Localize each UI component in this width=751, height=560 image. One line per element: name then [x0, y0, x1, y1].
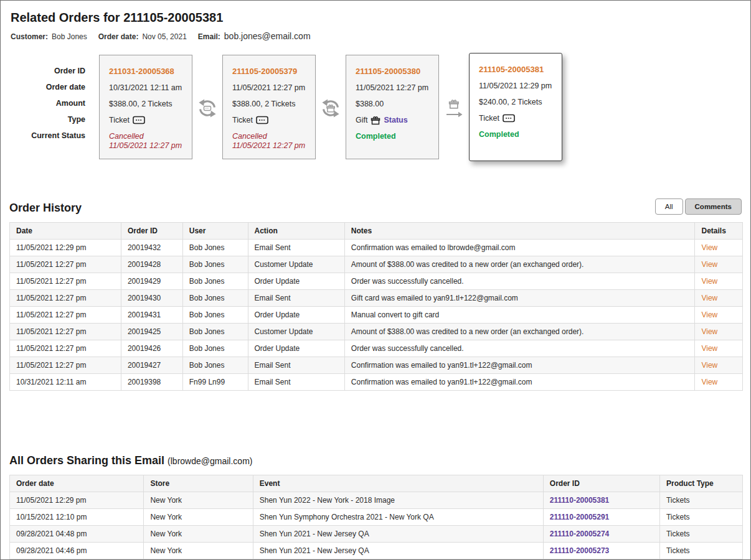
table-row: 11/05/2021 12:27 pm20019425Bob JonesCust…: [10, 324, 743, 340]
col-product-type: Product Type: [659, 475, 742, 492]
order-date-cell: 10/15/2021 12:10 pm: [10, 509, 144, 526]
view-link[interactable]: View: [701, 344, 717, 353]
flow-label-amount: Amount: [11, 95, 85, 111]
order-id-link[interactable]: 211031-20005368: [109, 63, 174, 80]
status-value: Cancelled 11/05/2021 12:27 pm: [109, 128, 187, 151]
col-event: Event: [253, 475, 543, 492]
table-row: 11/05/2021 12:27 pm20019426Bob JonesOrde…: [10, 340, 743, 357]
order-id-link[interactable]: 211110-20005381: [550, 496, 609, 505]
order-id-link[interactable]: 211105-20005381: [479, 62, 544, 78]
ticket-icon: [256, 116, 268, 124]
order-id-cell: 211110-20005274: [543, 526, 659, 543]
table-row: 11/05/2021 12:29 pmNew YorkShen Yun 2022…: [10, 492, 743, 509]
col-order-id: Order ID: [121, 223, 182, 240]
type-value: Ticket: [109, 112, 130, 128]
order-date-value: Nov 05, 2021: [142, 32, 186, 41]
flow-connector: [192, 55, 222, 161]
type-value: Ticket: [232, 112, 253, 128]
view-cell: View: [695, 290, 743, 307]
order-id-link[interactable]: 211110-20005273: [550, 546, 609, 555]
amount-value: $388.00: [356, 96, 433, 112]
notes-cell: Confirmation was emailed to yan91.tl+122…: [344, 357, 695, 374]
col-order-id: Order ID: [543, 475, 659, 492]
action-cell: Email Sent: [248, 374, 344, 391]
date-cell: 11/05/2021 12:27 pm: [10, 340, 121, 357]
col-date: Date: [10, 223, 121, 240]
view-link[interactable]: View: [701, 294, 717, 302]
action-cell: Email Sent: [248, 357, 344, 374]
view-cell: View: [695, 273, 743, 290]
view-link[interactable]: View: [701, 361, 717, 370]
date-cell: 11/05/2021 12:29 pm: [10, 240, 121, 256]
order-card: 211105-20005379 11/05/2021 12:27 pm $388…: [222, 55, 316, 159]
action-cell: Customer Update: [248, 324, 344, 340]
col-details: Details: [695, 223, 743, 240]
order-id-cell: 20019426: [121, 340, 182, 357]
col-user: User: [182, 223, 248, 240]
customer-value: Bob Jones: [52, 32, 87, 41]
view-cell: View: [695, 324, 743, 340]
order-id-cell: 20019427: [121, 357, 182, 374]
order-date-cell: 09/28/2021 04:46 pm: [10, 543, 144, 559]
flow-label-current-status: Current Status: [11, 128, 85, 144]
type-value: Ticket: [479, 110, 499, 126]
order-id-cell: 20019429: [121, 273, 182, 290]
history-filters: All Comments: [655, 198, 742, 215]
order-card: 211031-20005368 10/31/2021 12:11 am $388…: [99, 55, 192, 159]
shared-orders-body: 11/05/2021 12:29 pmNew YorkShen Yun 2022…: [10, 492, 743, 559]
view-link[interactable]: View: [701, 277, 717, 286]
order-id-link[interactable]: 211105-20005380: [356, 63, 420, 80]
gift-status-link[interactable]: Status: [384, 112, 407, 128]
view-cell: View: [695, 357, 743, 374]
event-cell: Shen Yun 2021 - New Jersey QA: [253, 526, 543, 543]
filter-comments-button[interactable]: Comments: [685, 198, 742, 215]
flow-label-order-date: Order date: [11, 79, 85, 95]
table-row: 11/05/2021 12:29 pm20019432Bob JonesEmai…: [10, 240, 743, 256]
order-card: 211105-20005380 11/05/2021 12:27 pm $388…: [346, 55, 439, 159]
action-cell: Order Update: [248, 307, 344, 324]
view-link[interactable]: View: [701, 378, 717, 386]
flow-connector: [316, 55, 346, 161]
event-cell: Shen Yun 2021 - New Jersey QA: [253, 543, 543, 559]
type-value: Gift: [356, 112, 367, 128]
notes-cell: Manual convert to gift card: [344, 307, 695, 324]
action-cell: Order Update: [248, 340, 344, 357]
view-link[interactable]: View: [701, 310, 717, 319]
order-date-value: 11/05/2021 12:27 pm: [232, 80, 310, 96]
table-row: 11/05/2021 12:27 pm20019430Bob JonesEmai…: [10, 290, 743, 307]
store-cell: New York: [144, 526, 253, 543]
product-type-cell: Tickets: [659, 526, 742, 543]
gift-transfer-arrow-icon: [445, 97, 463, 119]
order-id-cell: 20019431: [121, 307, 182, 324]
amount-value: $388.00, 2 Tickets: [232, 96, 310, 112]
table-row: 11/05/2021 12:27 pm20019431Bob JonesOrde…: [10, 307, 743, 324]
product-type-cell: Tickets: [659, 543, 742, 559]
order-id-cell: 211110-20005273: [543, 543, 659, 559]
amount-value: $388.00, 2 Tickets: [109, 96, 187, 112]
filter-all-button[interactable]: All: [655, 198, 683, 215]
related-orders-page: Related Orders for 211105-20005381 Custo…: [0, 0, 751, 560]
notes-cell: Confirmation was emailed to yan91.tl+122…: [344, 374, 695, 391]
order-id-cell: 211110-20005381: [543, 492, 659, 509]
order-id-cell: 211110-20005291: [543, 509, 659, 526]
order-id-cell: 20019430: [121, 290, 182, 307]
event-cell: Shen Yun Symphony Orchestra 2021 - New Y…: [253, 509, 543, 526]
notes-cell: Order was successfully cancelled.: [344, 340, 695, 357]
flow-field-labels: Order ID Order date Amount Type Current …: [11, 55, 99, 144]
ticket-icon: [133, 116, 145, 124]
order-id-link[interactable]: 211105-20005379: [232, 63, 297, 80]
order-date-value: 10/31/2021 12:11 am: [109, 80, 187, 96]
notes-cell: Order was successfully cancelled.: [344, 273, 695, 290]
view-link[interactable]: View: [701, 260, 717, 269]
order-id-link[interactable]: 211110-20005274: [550, 530, 609, 538]
order-id-link[interactable]: 211110-20005291: [550, 513, 609, 521]
view-cell: View: [695, 307, 743, 324]
user-cell: Bob Jones: [182, 240, 248, 256]
view-link[interactable]: View: [701, 243, 717, 252]
col-notes: Notes: [344, 223, 695, 240]
view-link[interactable]: View: [701, 327, 717, 336]
action-cell: Email Sent: [248, 240, 344, 256]
user-cell: Bob Jones: [182, 324, 248, 340]
date-cell: 10/31/2021 12:11 am: [10, 374, 121, 391]
user-cell: Bob Jones: [182, 290, 248, 307]
